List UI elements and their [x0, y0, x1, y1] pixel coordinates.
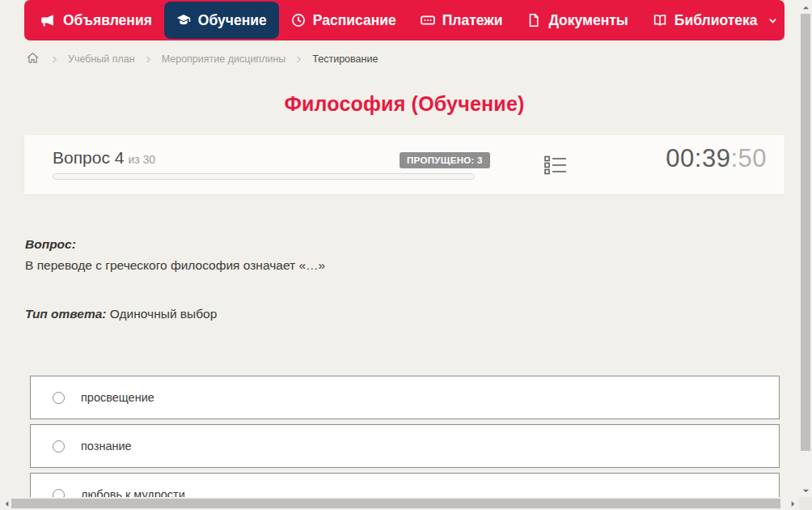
chevron-right-icon	[144, 55, 153, 64]
nav-item-library[interactable]: Библиотека	[641, 2, 791, 39]
timer-seconds: :50	[730, 144, 767, 172]
option-label: просвещение	[81, 391, 154, 404]
horizontal-scrollbar[interactable]	[0, 497, 799, 510]
nav-item-label: Объявления	[63, 12, 152, 29]
clock-icon	[291, 13, 306, 28]
question-number: Вопрос 4	[53, 148, 124, 167]
scroll-up-icon[interactable]	[802, 4, 810, 11]
breadcrumb-item-curriculum[interactable]: Учебный план	[68, 53, 135, 65]
page-title: Философия (Обучение)	[0, 92, 809, 116]
vertical-scrollbar[interactable]	[799, 0, 812, 497]
nav-item-label: Библиотека	[675, 12, 758, 29]
question-list-icon	[544, 155, 567, 179]
answer-option[interactable]: просвещение	[30, 376, 780, 419]
chevron-right-icon	[294, 55, 303, 64]
banknote-icon	[421, 13, 435, 28]
nav-item-payments[interactable]: Платежи	[408, 2, 515, 39]
document-icon	[527, 13, 541, 28]
progress-bar	[53, 173, 475, 180]
breadcrumb-home-link[interactable]	[26, 51, 40, 67]
graduation-cap-icon	[176, 13, 191, 28]
radio-button[interactable]	[53, 440, 65, 453]
chevron-right-icon	[50, 55, 59, 64]
breadcrumb: Учебный план Мероприятие дисциплины Тест…	[26, 49, 378, 70]
scrollbar-corner	[799, 497, 812, 510]
vertical-scrollbar-thumb[interactable]	[801, 14, 810, 451]
answer-options: просвещение познание любовь к мудрости	[30, 376, 780, 510]
question-header-card: Вопрос 4из 30 ПРОПУЩЕНО: 3 00:39:50	[24, 135, 785, 194]
radio-button[interactable]	[53, 392, 65, 404]
scroll-left-icon[interactable]	[3, 500, 11, 508]
question-heading: Вопрос:	[25, 237, 76, 252]
nav-item-label: Расписание	[313, 12, 396, 29]
timer-main: 00:39	[666, 144, 730, 172]
nav-item-training[interactable]: Обучение	[164, 2, 279, 39]
scroll-down-icon[interactable]	[802, 487, 810, 495]
skipped-badge: ПРОПУЩЕНО: 3	[400, 152, 490, 168]
chevron-down-icon	[768, 15, 778, 26]
quiz-page: Объявления Обучение Расписание Платежи Д…	[0, 0, 812, 510]
answer-type-label: Тип ответа:	[25, 307, 107, 321]
nav-item-documents[interactable]: Документы	[514, 2, 640, 39]
nav-item-schedule[interactable]: Расписание	[279, 2, 408, 39]
breadcrumb-item-discipline-event[interactable]: Мероприятие дисциплины	[162, 53, 286, 65]
answer-option[interactable]: познание	[30, 424, 780, 468]
horizontal-scrollbar-thumb[interactable]	[11, 499, 780, 508]
answer-type-value: Одиночный выбор	[110, 307, 218, 321]
question-total: из 30	[128, 153, 155, 166]
nav-item-label: Обучение	[198, 12, 267, 29]
countdown-timer: 00:39:50	[666, 144, 767, 173]
home-icon	[26, 51, 40, 67]
scroll-right-icon[interactable]	[789, 500, 797, 508]
main-navbar: Объявления Обучение Расписание Платежи Д…	[24, 0, 785, 40]
breadcrumb-item-testing: Тестирование	[312, 53, 378, 65]
megaphone-icon	[41, 13, 56, 28]
answer-type-line: Тип ответа: Одиночный выбор	[25, 307, 217, 321]
question-text: В переводе с греческого философия означа…	[25, 258, 325, 273]
nav-item-announcements[interactable]: Объявления	[29, 2, 164, 39]
nav-item-label: Платежи	[442, 12, 503, 29]
question-counter: Вопрос 4из 30	[53, 148, 155, 168]
open-book-icon	[653, 13, 667, 28]
nav-item-label: Документы	[548, 12, 628, 29]
question-list-button[interactable]	[544, 155, 567, 179]
option-label: познание	[81, 440, 132, 453]
